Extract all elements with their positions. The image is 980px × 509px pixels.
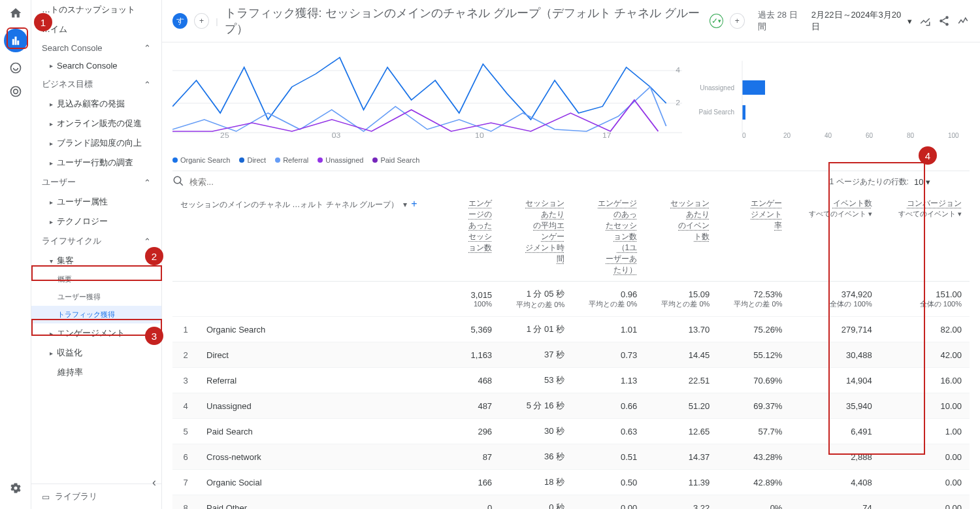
table-row[interactable]: 5Paid Search29630 秒0.6312.6557.7%6,4911.… [172,419,970,444]
nav-item[interactable]: トラフィック獲得 [31,306,161,323]
nav-section-label: Search Console [42,43,103,53]
nav-item[interactable]: ▸オンライン販売の促進 [31,114,161,133]
ads-icon[interactable] [8,84,24,99]
nav-section-user[interactable]: ユーザー⌃ [31,172,161,192]
cell: 0.00 [880,470,970,495]
nav-acquisition[interactable]: ▾集客 [31,251,161,271]
share-icon[interactable] [938,15,951,27]
home-icon[interactable] [8,5,24,21]
table-row[interactable]: 4Unassigned4875 分 16 秒0.6651.2069.37%35,… [172,393,970,419]
nav-item[interactable]: ▸ブランド認知度の向上 [31,133,161,153]
col-header[interactable]: エンゲージメント率 [717,193,790,282]
add-dimension-icon[interactable]: + [411,198,417,209]
svg-text:17: 17 [602,132,612,139]
explore-icon[interactable] [8,60,24,76]
col-header[interactable]: イベント数すべてのイベント ▾ [790,193,879,282]
chevron-up-icon: ⌃ [144,80,151,90]
row-index: 5 [172,419,199,444]
row-dimension: Organic Social [199,470,455,495]
table-row[interactable]: 8Paid Other00 秒0.003.220%740.00 [172,495,970,510]
col-header[interactable]: セッションあたりのイベント数 [645,193,717,282]
nav-library[interactable]: ▭ライブラリ [31,484,161,509]
summary-cell: 3,015100% [455,282,500,317]
cell: 0.00 [880,495,970,510]
search-input[interactable] [189,177,825,187]
row-dimension: Paid Other [199,495,455,510]
cell: 0.73 [572,342,645,368]
col-subheader[interactable]: すべてのイベント ▾ [798,209,872,219]
table-row[interactable]: 2Direct1,16337 秒0.7314.4555.12%30,48842.… [172,342,970,368]
nav-item[interactable]: ▸テクノロジー [31,212,161,231]
dimension-header[interactable]: セッションのメインのチャネル …ォルト チャネル グループ） ▾ + [172,193,455,282]
date-range-picker[interactable]: 過去 28 日間 2月22日～2024年3月20日 ▾ [758,9,913,33]
nav-section-lifecycle[interactable]: ライフサイクル⌃ [31,231,161,251]
legend-dot [372,157,378,163]
add-segment-button[interactable]: + [194,13,209,29]
row-index: 6 [172,444,199,470]
col-subheader[interactable]: すべてのイベント ▾ [888,209,962,219]
table-row[interactable]: 3Referral46853 秒1.1322.5170.69%14,90416.… [172,368,970,393]
cell: 22.51 [645,368,717,393]
cell: 75.26% [717,317,790,342]
nav-item[interactable]: ユーザー獲得 [31,288,161,306]
caret-right-icon: ▸ [50,120,53,127]
nav-section-search-console[interactable]: Search Console⌃ [31,39,161,57]
cell: 1.00 [880,419,970,444]
nav-item[interactable]: ▸ユーザー属性 [31,192,161,212]
chevron-up-icon: ⌃ [144,178,151,188]
nav-item-label: 見込み顧客の発掘 [57,98,125,110]
cell: 5 分 16 秒 [500,393,572,419]
row-dimension: Paid Search [199,419,455,444]
segment-chip[interactable]: す [172,13,188,29]
nav-retention[interactable]: 維持率 [31,363,161,382]
nav-search-console[interactable]: ▸Search Console [31,57,161,74]
svg-point-2 [13,90,18,94]
row-dimension: Direct [199,342,455,368]
cell: 70.69% [717,368,790,393]
nav-item[interactable]: ▸見込み顧客の発掘 [31,94,161,114]
cell: 51.20 [645,393,717,419]
status-check-icon[interactable]: ✓▾ [710,14,723,28]
nav-item-label: テクノロジー [57,216,108,227]
col-header[interactable]: エンゲージのあったセッション数（1ユーザーあたり） [572,193,645,282]
svg-text:4: 4 [676,67,680,74]
legend-item[interactable]: Organic Search [172,156,230,164]
col-header[interactable]: セッションあたりの平均エンゲージメント時間 [500,193,572,282]
insights-icon[interactable] [957,15,970,27]
page-title: トラフィック獲得: セッションのメインのチャネル グループ（デフォルト チャネル… [225,5,703,37]
col-header[interactable]: エンゲージのあったセッション数 [455,193,500,282]
svg-text:Paid Search: Paid Search [699,108,734,116]
legend-item[interactable]: Paid Search [372,156,419,164]
nav-snapshot[interactable]: …トのスナップショット [31,0,161,20]
nav-section-biz[interactable]: ビジネス目標⌃ [31,74,161,94]
cell: 0.66 [572,393,645,419]
legend-item[interactable]: Referral [275,156,308,164]
chart-legend: Organic SearchDirectReferralUnassignedPa… [172,154,970,171]
nav-item-label: ブランド認知度の向上 [57,137,142,149]
divider: | [216,16,218,26]
nav-item-label: ライブラリ [55,491,97,502]
table-row[interactable]: 1Organic Search5,3691 分 01 秒1.0113.7075.… [172,317,970,342]
add-comparison-button[interactable]: + [730,13,745,29]
customize-icon[interactable] [919,15,931,27]
table-row[interactable]: 6Cross-network8736 秒0.5114.3743.28%2,888… [172,444,970,470]
table-toolbar: 1 ページあたりの行数: 10 ▾ [172,171,970,193]
legend-item[interactable]: Unassigned [318,156,363,164]
legend-item[interactable]: Direct [239,156,266,164]
rows-per-page-select[interactable]: 10 ▾ [914,177,970,187]
table-row[interactable]: 7Organic Social16618 秒0.5011.3942.89%4,4… [172,470,970,495]
row-index: 4 [172,393,199,419]
nav-section-label: ユーザー [42,176,76,188]
nav-item[interactable]: 概要 [31,271,161,288]
caret-right-icon: ▸ [50,218,53,225]
nav-item[interactable]: ▸ユーザー行動の調査 [31,153,161,172]
bar-chart: Unassigned Paid Search 020406080100 [695,48,970,148]
cell: 43.28% [717,444,790,470]
collapse-nav-icon[interactable]: ‹ [152,476,156,489]
cell: 0.50 [572,470,645,495]
col-header[interactable]: コンバージョンすべてのイベント ▾ [880,193,970,282]
reports-icon[interactable] [4,29,27,52]
settings-icon[interactable] [8,480,24,496]
nav-engagement[interactable]: ▸エンゲージメント [31,323,161,343]
nav-monetization[interactable]: ▸収益化 [31,343,161,363]
